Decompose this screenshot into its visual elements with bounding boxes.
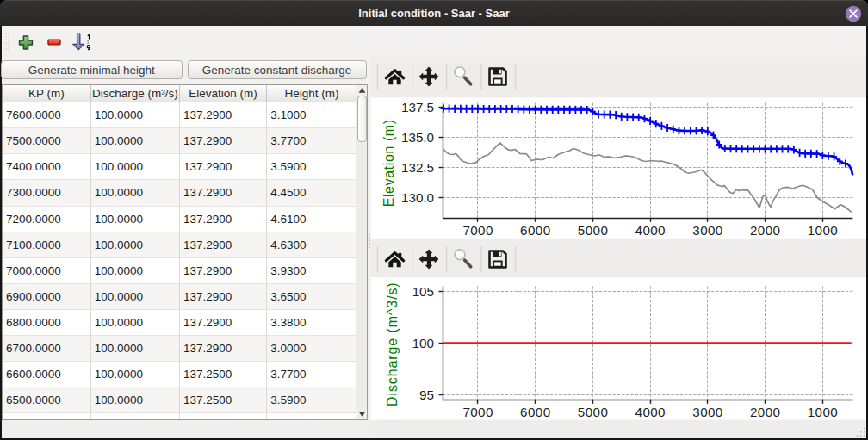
svg-text:1000: 1000 — [808, 405, 838, 419]
svg-text:1000: 1000 — [808, 223, 838, 238]
svg-text:3000: 3000 — [692, 223, 722, 238]
svg-text:135.0: 135.0 — [401, 130, 434, 145]
svg-text:4000: 4000 — [636, 405, 666, 419]
svg-text:130.0: 130.0 — [401, 190, 434, 205]
svg-text:4000: 4000 — [636, 223, 666, 238]
svg-text:132.5: 132.5 — [401, 160, 434, 175]
svg-text:2000: 2000 — [750, 223, 780, 238]
svg-text:Elevation (m): Elevation (m) — [381, 119, 396, 207]
svg-text:5000: 5000 — [578, 405, 608, 419]
svg-text:2000: 2000 — [750, 405, 780, 419]
svg-text:95: 95 — [419, 387, 434, 402]
svg-text:3000: 3000 — [692, 405, 722, 419]
svg-text:105: 105 — [412, 284, 434, 299]
svg-text:137.5: 137.5 — [401, 100, 434, 115]
svg-text:6000: 6000 — [520, 223, 550, 238]
svg-text:100: 100 — [412, 336, 434, 350]
svg-text:5000: 5000 — [578, 223, 608, 238]
svg-text:Discharge (m^3/s): Discharge (m^3/s) — [386, 282, 400, 406]
svg-text:7000: 7000 — [462, 405, 493, 419]
svg-text:7000: 7000 — [462, 223, 493, 238]
svg-text:6000: 6000 — [520, 405, 550, 419]
